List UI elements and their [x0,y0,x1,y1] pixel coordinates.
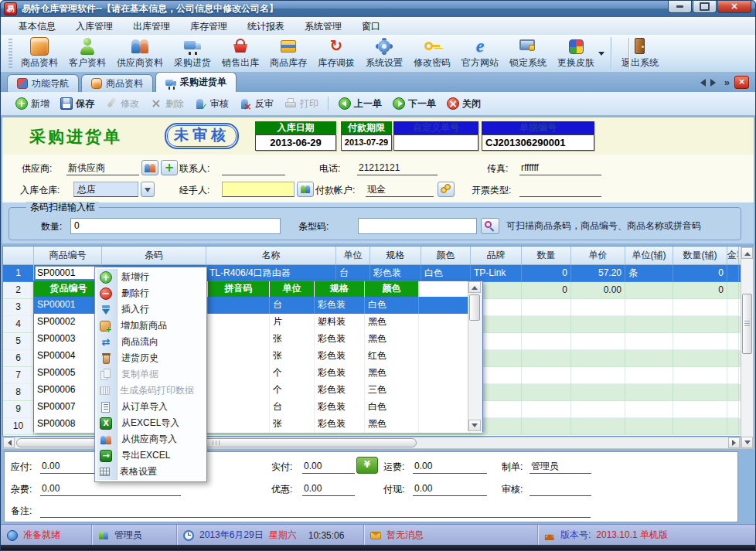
toolbar-button[interactable]: 锁定系统 [504,35,552,72]
handler-field[interactable] [222,182,295,197]
menu-item[interactable]: 库存管理 [180,18,237,35]
select-account-button[interactable] [438,182,455,197]
context-menu-item[interactable]: 表格设置 [97,464,205,480]
horizontal-scroll-thumb[interactable] [16,438,417,447]
contact-field[interactable] [222,161,285,175]
toolbar-button[interactable]: 商品资料 [15,35,63,72]
context-menu-item[interactable]: 导出EXCEL [97,447,205,464]
doc-toolbar-button[interactable]: 上一单 [333,94,387,113]
context-menu-item[interactable]: 增加新商品 [97,318,205,334]
toolbar-button[interactable]: 官方网站 [456,35,504,72]
supplier-field[interactable]: 新供应商 [66,161,139,175]
col-header[interactable]: 颜色 [421,247,471,264]
col-header[interactable]: 名称 [206,247,336,264]
dropdown-scroll-up-icon[interactable] [468,281,481,293]
dropdown-scroll-down-icon[interactable] [468,420,481,431]
scan-search-button[interactable] [481,218,499,234]
col-header[interactable]: 数量 [522,247,571,264]
context-menu-item[interactable]: 新增行 [97,269,205,285]
doc-toolbar-button[interactable]: 审核 [189,94,234,113]
toolbar-button[interactable]: 销售出库 [216,35,264,72]
scroll-up-icon[interactable] [741,247,753,259]
col-header[interactable]: 条码 [102,247,206,264]
toolbar-button[interactable]: 退出系统 [616,35,664,72]
scroll-left-icon[interactable] [3,437,15,448]
maximize-button[interactable] [693,0,717,13]
toolbar-button[interactable]: 系统设置 [360,35,408,72]
col-header[interactable]: 单位(辅) [625,247,673,264]
context-menu-item[interactable]: 商品流向 [97,334,205,350]
menu-item[interactable]: 系统管理 [295,18,352,35]
minimize-button[interactable] [668,0,692,13]
account-field[interactable]: 现金 [366,182,434,197]
scan-qty-input[interactable]: 0 [70,218,281,234]
doc-toolbar-button[interactable]: 修改 [100,94,145,113]
toolbar-button[interactable]: 修改密码 [408,35,456,72]
doc-toolbar-button[interactable]: 打印 [279,94,324,113]
toolbar-button[interactable]: 供应商资料 [111,35,169,72]
col-header[interactable]: 金额 [727,247,739,264]
table-vertical-scrollbar[interactable] [741,247,754,449]
add-supplier-button[interactable]: + [161,160,178,175]
toolbar-button[interactable]: 采购进货 [169,35,216,72]
toolbar-button[interactable]: 商品库存 [264,35,312,72]
phone-field[interactable]: 21212121 [357,161,438,175]
paid-field[interactable]: 0.00 [302,459,355,474]
tab-scroll-left-icon[interactable] [696,79,706,87]
scroll-right-icon[interactable] [728,437,740,448]
doc-toolbar-button[interactable]: 下一单 [387,94,441,113]
col-header[interactable]: 商品编号 [34,247,102,264]
toolbar-button[interactable]: 更换皮肤 [552,35,607,72]
doc-toolbar-button[interactable]: 新增 [10,94,55,113]
dropdown-scrollbar[interactable] [468,281,482,431]
discount-field[interactable]: 0.00 [302,481,355,496]
context-menu-item[interactable]: 插入行 [97,301,205,318]
menu-item[interactable]: 出库管理 [123,18,180,35]
tab[interactable]: 商品资料 [81,74,153,92]
fax-field[interactable]: rffffff [519,161,601,175]
doc-toolbar-button[interactable]: 关闭 [441,94,486,113]
tab[interactable]: 采购进货单 [155,72,237,92]
menu-item[interactable]: 统计报表 [237,18,295,35]
menu-item[interactable]: 入库管理 [66,18,123,35]
context-menu-item[interactable]: 从供应商导入 [97,431,205,447]
doc-toolbar-button[interactable]: 保存 [55,94,100,113]
select-handler-button[interactable] [297,182,314,197]
freight-field[interactable]: 0.00 [413,459,487,474]
doc-toolbar-button[interactable]: 删除 [145,94,189,113]
tab[interactable]: 功能导航 [7,74,79,92]
menu-item[interactable]: 窗口 [352,18,390,35]
context-menu-item[interactable]: 复制单据 [97,366,205,383]
invoice-type-field[interactable] [519,182,601,197]
misc-fee-field[interactable]: 0.00 [40,481,181,496]
tab-scroll-right-icon[interactable] [710,79,720,87]
tab-overflow-icon[interactable]: » [724,77,730,88]
cell-edit-box[interactable]: SP00001 [35,266,100,280]
toolbar-button[interactable]: 客户资料 [63,35,111,72]
toolbar-button[interactable]: 库存调拨 [312,35,360,72]
col-header[interactable] [3,247,34,264]
pay-due-field[interactable]: 2013-07-29 [341,134,392,151]
col-header[interactable]: 单价 [571,247,625,264]
scroll-down-icon[interactable] [741,437,753,448]
cash-field[interactable]: 0.00 [413,481,487,496]
select-supplier-button[interactable] [141,160,158,175]
tab-close-button[interactable]: × [734,76,749,89]
dropdown-scroll-thumb[interactable] [469,294,480,321]
menu-item[interactable]: 基本信息 [9,18,66,35]
remark-field[interactable] [40,503,591,518]
context-menu-item[interactable]: 从订单导入 [97,399,205,415]
context-menu-item[interactable]: 生成条码打印数据 [97,383,205,399]
date-in-field[interactable]: 2013-06-29 [255,134,336,151]
context-menu-item[interactable]: 删除行 [97,285,205,301]
doc-no-field[interactable]: CJ201306290001 [482,134,594,151]
custom-no-field[interactable] [393,134,478,151]
context-menu-item[interactable]: 进货历史 [97,350,205,366]
vertical-scroll-thumb[interactable] [742,294,752,354]
doc-toolbar-button[interactable]: 反审 [234,94,279,113]
scan-barcode-input[interactable] [358,218,477,234]
col-header[interactable]: 数量(辅) [673,247,727,264]
warehouse-field[interactable]: 总店 [73,182,138,197]
context-menu-item[interactable]: 从EXCEL导入 [97,415,205,431]
col-header[interactable]: 单位 [336,247,370,264]
